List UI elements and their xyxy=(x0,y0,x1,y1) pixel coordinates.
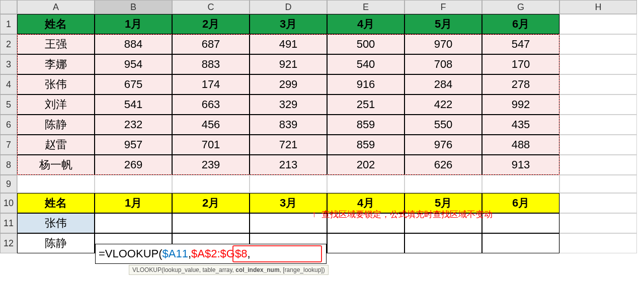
cell[interactable] xyxy=(482,233,559,253)
cell[interactable]: 701 xyxy=(172,135,250,155)
cell[interactable] xyxy=(172,175,250,193)
cell[interactable]: 王强 xyxy=(17,34,95,54)
cell[interactable]: 6月 xyxy=(482,14,559,34)
cell[interactable]: 626 xyxy=(405,155,482,175)
cell[interactable]: 721 xyxy=(250,135,327,155)
cell[interactable]: 859 xyxy=(327,115,405,135)
cell[interactable] xyxy=(250,175,327,193)
cell[interactable]: 174 xyxy=(172,74,250,95)
cell[interactable]: 541 xyxy=(95,95,172,115)
cell[interactable]: 550 xyxy=(405,115,482,135)
cell[interactable] xyxy=(95,175,172,193)
cell[interactable]: 5月 xyxy=(405,14,482,34)
cell[interactable]: 1月 xyxy=(95,193,172,213)
col-header-G[interactable]: G xyxy=(482,0,559,14)
formula-editor[interactable]: =VLOOKUP($A11,$A$2:$G$8, xyxy=(95,244,327,264)
cell[interactable] xyxy=(559,175,637,193)
cell[interactable]: 1月 xyxy=(95,14,172,34)
cell[interactable]: 663 xyxy=(172,95,250,115)
row-header-8[interactable]: 8 xyxy=(0,155,17,175)
cell[interactable] xyxy=(172,213,250,233)
cell[interactable] xyxy=(559,54,637,74)
cell[interactable] xyxy=(95,213,172,233)
cell[interactable]: 6月 xyxy=(482,193,559,213)
cell[interactable]: 500 xyxy=(327,34,405,54)
cell[interactable]: 239 xyxy=(172,155,250,175)
cell[interactable]: 姓名 xyxy=(17,14,95,34)
cell[interactable] xyxy=(559,14,637,34)
cell[interactable]: 954 xyxy=(95,54,172,74)
cell[interactable]: 456 xyxy=(172,115,250,135)
col-header-H[interactable]: H xyxy=(559,0,637,14)
cell-A11[interactable]: 张伟 xyxy=(17,213,95,233)
col-header-B[interactable]: B xyxy=(95,0,172,14)
cell[interactable]: 488 xyxy=(482,135,559,155)
row-header-7[interactable]: 7 xyxy=(0,135,17,155)
cell[interactable] xyxy=(482,213,559,233)
cell[interactable]: 883 xyxy=(172,54,250,74)
cell[interactable]: 232 xyxy=(95,115,172,135)
cell[interactable]: 张伟 xyxy=(17,74,95,95)
cell[interactable]: 992 xyxy=(482,95,559,115)
cell[interactable]: 299 xyxy=(250,74,327,95)
cell[interactable]: 278 xyxy=(482,74,559,95)
cell[interactable] xyxy=(559,213,637,233)
cell[interactable] xyxy=(405,233,482,253)
col-header-F[interactable]: F xyxy=(405,0,482,14)
cell[interactable] xyxy=(17,175,95,193)
cell-A12[interactable]: 陈静 xyxy=(17,233,95,253)
cell[interactable] xyxy=(482,175,559,193)
cell[interactable] xyxy=(559,135,637,155)
cell[interactable] xyxy=(559,74,637,95)
cell[interactable]: 刘洋 xyxy=(17,95,95,115)
select-all-corner[interactable] xyxy=(0,0,17,14)
cell[interactable]: 284 xyxy=(405,74,482,95)
row-header-1[interactable]: 1 xyxy=(0,14,17,34)
cell[interactable]: 251 xyxy=(327,95,405,115)
cell[interactable]: 269 xyxy=(95,155,172,175)
cell[interactable]: 213 xyxy=(250,155,327,175)
row-header-6[interactable]: 6 xyxy=(0,115,17,135)
col-header-E[interactable]: E xyxy=(327,0,405,14)
cell[interactable]: 2月 xyxy=(172,193,250,213)
col-header-C[interactable]: C xyxy=(172,0,250,14)
cell[interactable]: 4月 xyxy=(327,14,405,34)
row-header-10[interactable]: 10 xyxy=(0,193,17,213)
cell[interactable]: 708 xyxy=(405,54,482,74)
row-header-3[interactable]: 3 xyxy=(0,54,17,74)
cell[interactable]: 859 xyxy=(327,135,405,155)
cell[interactable]: 675 xyxy=(95,74,172,95)
cell[interactable]: 884 xyxy=(95,34,172,54)
col-header-A[interactable]: A xyxy=(17,0,95,14)
cell[interactable]: 170 xyxy=(482,54,559,74)
cell[interactable] xyxy=(559,34,637,54)
cell[interactable]: 913 xyxy=(482,155,559,175)
cell[interactable]: 540 xyxy=(327,54,405,74)
cell[interactable] xyxy=(559,95,637,115)
row-header-12[interactable]: 12 xyxy=(0,233,17,253)
cell[interactable]: 329 xyxy=(250,95,327,115)
cell[interactable]: 陈静 xyxy=(17,115,95,135)
cell[interactable]: 916 xyxy=(327,74,405,95)
cell[interactable]: 422 xyxy=(405,95,482,115)
cell[interactable]: 赵雷 xyxy=(17,135,95,155)
cell[interactable] xyxy=(559,233,637,253)
cell[interactable]: 姓名 xyxy=(17,193,95,213)
cell[interactable]: 921 xyxy=(250,54,327,74)
cell[interactable]: 2月 xyxy=(172,14,250,34)
cell[interactable] xyxy=(327,233,405,253)
cell[interactable]: 491 xyxy=(250,34,327,54)
row-header-4[interactable]: 4 xyxy=(0,74,17,95)
cell[interactable]: 976 xyxy=(405,135,482,155)
cell[interactable]: 839 xyxy=(250,115,327,135)
cell[interactable]: 970 xyxy=(405,34,482,54)
cell[interactable] xyxy=(405,175,482,193)
row-header-2[interactable]: 2 xyxy=(0,34,17,54)
cell[interactable] xyxy=(559,155,637,175)
row-header-9[interactable]: 9 xyxy=(0,175,17,193)
cell[interactable] xyxy=(327,175,405,193)
cell[interactable] xyxy=(559,115,637,135)
cell[interactable]: 435 xyxy=(482,115,559,135)
cell[interactable]: 687 xyxy=(172,34,250,54)
cell[interactable]: 杨一帆 xyxy=(17,155,95,175)
